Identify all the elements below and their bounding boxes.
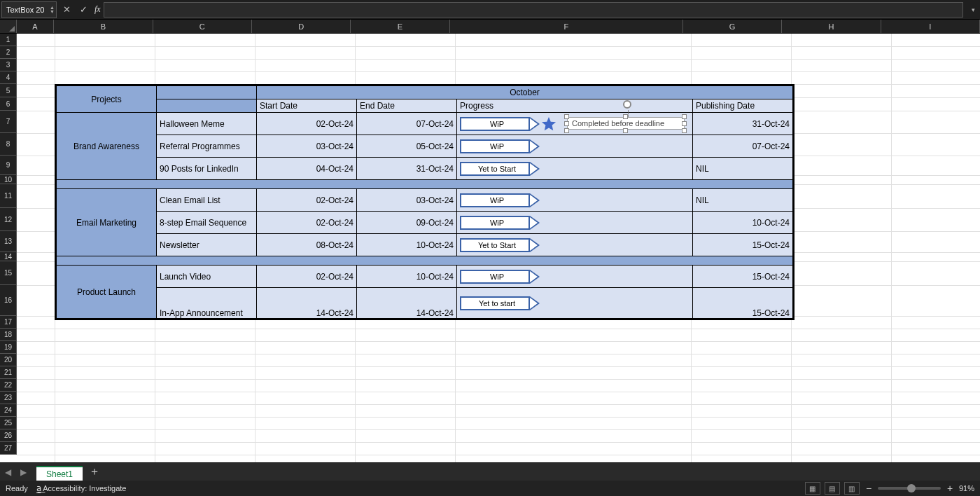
row-header-17[interactable]: 17 [0, 316, 17, 329]
row-header-25[interactable]: 25 [0, 417, 17, 429]
zoom-in-button[interactable]: + [945, 483, 955, 494]
col-header-F[interactable]: F [450, 20, 683, 33]
task-cell[interactable]: Referral Programmes [157, 135, 257, 158]
task-cell[interactable]: Newsletter [157, 234, 257, 256]
task-cell[interactable]: In-App Announcement [157, 288, 257, 319]
row-header-22[interactable]: 22 [0, 379, 17, 392]
zoom-level[interactable]: 91% [959, 484, 974, 492]
row-header-16[interactable]: 16 [0, 285, 17, 316]
accessibility-button[interactable]: a̲͟ Accessibility: Investigate [36, 483, 127, 493]
month-header-cell[interactable]: October [257, 86, 793, 99]
publish-cell[interactable]: 10-Oct-24 [693, 212, 793, 234]
row-header-19[interactable]: 19 [0, 341, 17, 354]
blank-header-cell-2[interactable] [157, 99, 257, 113]
resize-handle[interactable] [564, 114, 569, 119]
end-cell[interactable]: 07-Oct-24 [357, 113, 457, 135]
normal-view-button[interactable]: ▦ [805, 482, 820, 495]
start-cell[interactable]: 04-Oct-24 [257, 158, 357, 180]
row-header-6[interactable]: 6 [0, 97, 17, 111]
expand-formula-bar-icon[interactable]: ▾ [966, 6, 980, 13]
progress-cell[interactable]: WiP [457, 266, 693, 288]
resize-handle[interactable] [682, 128, 687, 133]
start-cell[interactable]: 03-Oct-24 [257, 135, 357, 158]
progress-shape[interactable]: Yet to Start [460, 162, 538, 176]
col-header-D[interactable]: D [252, 20, 351, 33]
task-cell[interactable]: Clean Email List [157, 189, 257, 212]
progress-cell[interactable]: Yet to start [457, 288, 693, 319]
task-cell[interactable]: Launch Video [157, 266, 257, 288]
col-header-B[interactable]: B [54, 20, 153, 33]
col-header-E[interactable]: E [351, 20, 449, 33]
col-header-A[interactable]: A [17, 20, 54, 33]
select-all-button[interactable] [0, 20, 17, 33]
progress-header[interactable]: Progress [457, 99, 693, 113]
end-cell[interactable]: 09-Oct-24 [357, 212, 457, 234]
publish-header[interactable]: Publishing Date [693, 99, 793, 113]
sheet-canvas[interactable]: Projects October Start Date End Date Pro… [17, 34, 980, 462]
task-cell[interactable]: Halloween Meme [157, 113, 257, 135]
resize-handle[interactable] [564, 128, 569, 133]
page-layout-view-button[interactable]: ▤ [825, 482, 840, 495]
sheet-tab-active[interactable]: Sheet1 [36, 466, 83, 481]
progress-cell[interactable]: WiP [457, 212, 693, 234]
row-header-27[interactable]: 27 [0, 442, 17, 455]
row-header-24[interactable]: 24 [0, 404, 17, 417]
tab-nav-prev-icon[interactable]: ◀ [0, 464, 15, 480]
row-header-18[interactable]: 18 [0, 329, 17, 341]
task-cell[interactable]: 8-step Email Sequence [157, 212, 257, 234]
col-header-C[interactable]: C [153, 20, 252, 33]
insert-function-button[interactable]: fx [94, 4, 101, 15]
progress-cell[interactable]: Yet to Start [457, 158, 693, 180]
row-header-9[interactable]: 9 [0, 156, 17, 175]
row-header-15[interactable]: 15 [0, 261, 17, 285]
cancel-formula-button[interactable]: ✕ [59, 3, 74, 17]
zoom-thumb[interactable] [907, 484, 916, 492]
progress-shape[interactable]: Yet to Start [460, 238, 538, 252]
row-header-1[interactable]: 1 [0, 34, 17, 46]
progress-shape[interactable]: WiP [460, 270, 538, 284]
progress-cell[interactable]: Yet to Start [457, 234, 693, 256]
tab-nav-next-icon[interactable]: ▶ [15, 464, 31, 480]
end-cell[interactable]: 31-Oct-24 [357, 158, 457, 180]
row-header-10[interactable]: 10 [0, 175, 17, 184]
col-header-I[interactable]: I [881, 20, 980, 33]
end-cell[interactable]: 10-Oct-24 [357, 266, 457, 288]
start-cell[interactable]: 02-Oct-24 [257, 189, 357, 212]
publish-cell[interactable]: NIL [693, 189, 793, 212]
row-header-11[interactable]: 11 [0, 184, 17, 208]
publish-cell[interactable]: 15-Oct-24 [693, 288, 793, 319]
end-date-header[interactable]: End Date [357, 99, 457, 113]
group-name[interactable]: Product Launch [57, 266, 157, 319]
row-header-8[interactable]: 8 [0, 133, 17, 156]
end-cell[interactable]: 05-Oct-24 [357, 135, 457, 158]
progress-shape[interactable]: WiP [460, 117, 538, 131]
start-cell[interactable]: 08-Oct-24 [257, 234, 357, 256]
progress-shape[interactable]: Yet to start [460, 296, 538, 310]
progress-shape[interactable]: WiP [460, 193, 538, 207]
zoom-out-button[interactable]: − [864, 483, 874, 494]
start-cell[interactable]: 02-Oct-24 [257, 113, 357, 135]
end-cell[interactable]: 10-Oct-24 [357, 234, 457, 256]
resize-handle[interactable] [682, 114, 687, 119]
row-header-2[interactable]: 2 [0, 46, 17, 59]
accept-formula-button[interactable]: ✓ [76, 3, 90, 17]
group-name[interactable]: Brand Awareness [57, 113, 157, 180]
start-cell[interactable]: 02-Oct-24 [257, 212, 357, 234]
row-header-4[interactable]: 4 [0, 71, 17, 84]
row-header-14[interactable]: 14 [0, 252, 17, 261]
resize-handle[interactable] [564, 121, 569, 126]
progress-shape[interactable]: WiP [460, 216, 538, 230]
row-header-26[interactable]: 26 [0, 429, 17, 442]
row-header-7[interactable]: 7 [0, 111, 17, 133]
progress-cell[interactable]: WiP [457, 189, 693, 212]
publish-cell[interactable]: NIL [693, 158, 793, 180]
row-header-23[interactable]: 23 [0, 392, 17, 404]
col-header-G[interactable]: G [683, 20, 782, 33]
resize-handle[interactable] [623, 128, 628, 133]
progress-shape[interactable]: WiP [460, 139, 538, 153]
end-cell[interactable]: 03-Oct-24 [357, 189, 457, 212]
publish-cell[interactable]: 15-Oct-24 [693, 234, 793, 256]
publish-cell[interactable]: 07-Oct-24 [693, 135, 793, 158]
star-icon[interactable] [541, 116, 556, 132]
add-sheet-button[interactable]: ＋ [87, 464, 102, 480]
